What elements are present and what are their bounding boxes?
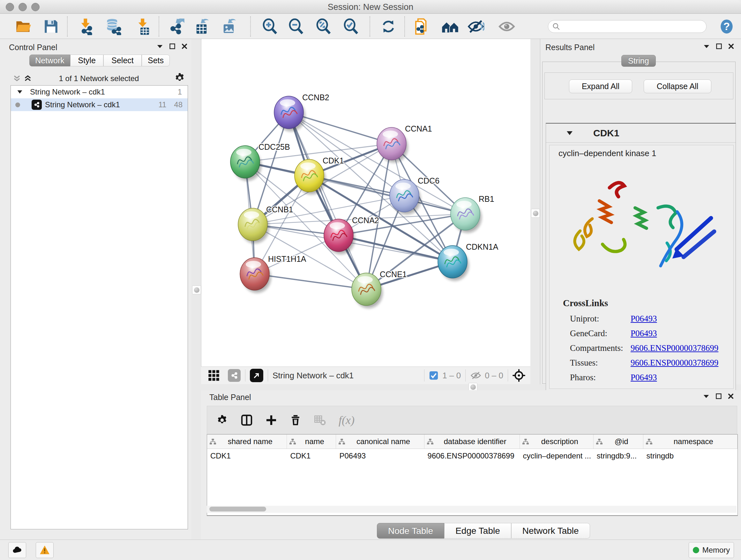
tab-network[interactable]: Network <box>29 55 70 66</box>
network-canvas[interactable]: CCNB2CCNA1CDC25BCDK1CDC6RB1CCNB1CCNA2CDK… <box>201 39 531 367</box>
tab-string[interactable]: String <box>621 55 656 67</box>
expand-all-button[interactable]: Expand All <box>569 79 632 93</box>
float-panel-icon[interactable] <box>703 393 710 400</box>
maximize-panel-icon[interactable] <box>169 43 176 50</box>
selected-checkbox-icon[interactable] <box>429 371 439 380</box>
maximize-panel-icon[interactable] <box>716 43 722 50</box>
refresh-layout-button[interactable] <box>380 17 397 36</box>
import-network-file-button[interactable] <box>77 17 95 36</box>
left-splitter[interactable] <box>192 39 201 540</box>
warning-button[interactable] <box>36 542 54 558</box>
column-header-namespace[interactable]: namespace <box>643 435 738 449</box>
network-node-CDKN1A[interactable] <box>438 246 469 281</box>
zoom-selected-button[interactable] <box>342 17 360 36</box>
table-cell[interactable]: 9606.ENSP00000378699 <box>424 449 520 463</box>
save-session-button[interactable] <box>42 17 60 36</box>
tab-style[interactable]: Style <box>70 55 104 66</box>
string-network-icon <box>31 100 42 110</box>
export-image-button[interactable] <box>221 17 239 36</box>
right-splitter[interactable] <box>530 39 540 384</box>
crosslink-link[interactable]: P06493 <box>630 373 657 382</box>
column-header-shared-name[interactable]: shared name <box>207 435 287 449</box>
table-cell[interactable]: stringdb:9... <box>594 449 643 463</box>
column-header-name[interactable]: name <box>287 435 336 449</box>
tab-sets[interactable]: Sets <box>142 55 170 66</box>
collapse-all-button[interactable]: Collapse All <box>644 79 711 93</box>
crosslink-link[interactable]: 9606.ENSP00000378699 <box>630 358 718 368</box>
network-node-CCNA2[interactable] <box>324 219 355 254</box>
import-table-button[interactable] <box>134 17 152 36</box>
eye-button[interactable] <box>498 17 516 36</box>
expand-all-icon[interactable] <box>23 74 32 83</box>
cdk1-section-header[interactable]: CDK1 <box>546 124 736 143</box>
string-home-button[interactable] <box>441 17 459 36</box>
close-panel-icon[interactable] <box>728 43 734 50</box>
open-file-button[interactable] <box>14 17 32 36</box>
search-input[interactable] <box>563 22 702 31</box>
tab-select[interactable]: Select <box>104 55 142 66</box>
right-splitter-handle[interactable] <box>531 209 540 218</box>
crosslink-link[interactable]: P06493 <box>630 314 657 324</box>
export-table-button[interactable] <box>194 17 212 36</box>
float-panel-icon[interactable] <box>156 43 163 50</box>
float-panel-icon[interactable] <box>703 43 710 50</box>
zoom-out-button[interactable] <box>287 17 305 36</box>
collapse-entry-icon[interactable] <box>566 129 574 137</box>
network-style-icon[interactable] <box>228 369 241 382</box>
network-node-CCNE1[interactable] <box>352 273 383 308</box>
table-horizontal-scrollbar[interactable] <box>207 506 737 513</box>
close-panel-icon[interactable] <box>728 393 734 399</box>
zoom-in-button[interactable] <box>261 17 279 36</box>
import-network-database-button[interactable] <box>105 17 123 36</box>
network-node-HIST1H1A[interactable] <box>240 258 271 293</box>
zoom-fit-button[interactable] <box>315 17 333 36</box>
network-collection-row[interactable]: String Network – cdk1 1 <box>11 85 188 98</box>
maximize-panel-icon[interactable] <box>716 393 722 399</box>
node-table[interactable]: shared namenamecanonical namedatabase id… <box>207 434 738 516</box>
clone-network-button[interactable] <box>413 17 430 36</box>
column-header-canonical-name[interactable]: canonical name <box>336 435 424 449</box>
export-network-button[interactable] <box>167 17 185 36</box>
table-gear-icon[interactable] <box>216 414 228 426</box>
network-node-RB1[interactable] <box>451 198 482 233</box>
grid-view-icon[interactable] <box>207 369 220 382</box>
column-header--id[interactable]: @id <box>594 435 643 449</box>
scrollbar-thumb[interactable] <box>209 507 266 511</box>
gear-icon[interactable] <box>174 72 185 84</box>
close-panel-icon[interactable] <box>181 43 188 50</box>
left-splitter-handle[interactable] <box>192 286 201 294</box>
eye-slash-button[interactable] <box>467 17 485 36</box>
network-graph[interactable]: CCNB2CCNA1CDC25BCDK1CDC6RB1CCNB1CCNA2CDK… <box>201 39 531 367</box>
table-cell[interactable]: cyclin–dependent ... <box>520 449 594 463</box>
column-header-description[interactable]: description <box>520 435 594 449</box>
memory-button[interactable]: Memory <box>689 542 734 558</box>
table-tab-node-table[interactable]: Node Table <box>377 523 444 539</box>
network-node-CDK1[interactable] <box>294 159 326 194</box>
birdseye-view-icon[interactable] <box>250 369 263 382</box>
table-cell[interactable]: CDK1 <box>287 449 336 463</box>
export-network-icon <box>168 18 185 35</box>
crosslink-link[interactable]: P06493 <box>630 328 657 338</box>
add-column-icon[interactable] <box>265 414 277 426</box>
network-row[interactable]: String Network – cdk1 11 48 <box>11 98 188 111</box>
help-button[interactable]: ? <box>718 17 736 36</box>
column-header-database-identifier[interactable]: database identifier <box>424 435 520 449</box>
network-node-CDC25B[interactable] <box>230 145 261 181</box>
cloud-button[interactable] <box>8 542 26 558</box>
hidden-eye-icon[interactable] <box>470 370 482 381</box>
table-cell[interactable]: P06493 <box>336 449 424 463</box>
delete-column-icon[interactable] <box>289 414 301 426</box>
crosslink-link[interactable]: 9606.ENSP00000378699 <box>630 343 718 353</box>
collection-expand-icon[interactable] <box>17 89 23 95</box>
node-label-CCNA2: CCNA2 <box>352 216 379 225</box>
show-columns-icon[interactable] <box>240 414 253 427</box>
fit-content-crosshair-icon[interactable] <box>513 369 525 382</box>
table-tab-edge-table[interactable]: Edge Table <box>444 523 511 539</box>
network-node-CCNA1[interactable] <box>377 127 408 163</box>
network-node-CCNB2[interactable] <box>274 96 305 131</box>
collapse-all-icon[interactable] <box>13 74 21 83</box>
table-cell[interactable]: CDK1 <box>207 449 287 463</box>
table-cell[interactable]: stringdb <box>643 449 738 463</box>
table-row[interactable]: CDK1CDK1P064939606.ENSP00000378699cyclin… <box>207 449 738 463</box>
table-tab-network-table[interactable]: Network Table <box>511 523 590 539</box>
